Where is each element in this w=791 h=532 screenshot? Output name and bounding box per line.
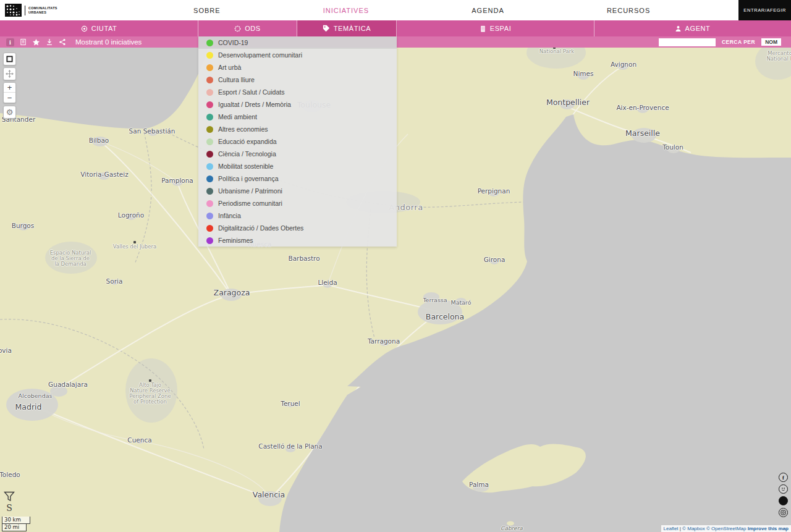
search-field-selector[interactable]: NOM: [761, 38, 781, 46]
settings-button[interactable]: ⚙: [3, 106, 16, 119]
zoom-in-button[interactable]: +: [4, 83, 15, 93]
tab-ciutat[interactable]: CIUTAT: [0, 20, 198, 36]
tematica-option[interactable]: Igualtat / Drets / Memòria: [198, 98, 397, 111]
tematica-option[interactable]: Periodisme comunitari: [198, 197, 397, 209]
tematica-option[interactable]: Esport / Salut / Cuidats: [198, 86, 397, 98]
category-label: Medi ambient: [218, 113, 257, 120]
square-icon: [6, 56, 13, 62]
tag-icon: [323, 25, 330, 32]
map-marker-dot: [149, 379, 151, 382]
category-color-dot: [206, 64, 213, 71]
select-area-button[interactable]: [3, 53, 16, 65]
search-input[interactable]: [659, 38, 716, 46]
tematica-option[interactable]: Altres economies: [198, 123, 397, 135]
ods-wheel-icon: [234, 25, 241, 32]
tematica-option[interactable]: Urbanisme / Patrimoni: [198, 185, 397, 197]
tematica-option[interactable]: Política i governança: [198, 172, 397, 185]
scale-km: 30 km: [2, 517, 30, 524]
instagram-icon[interactable]: [779, 508, 788, 517]
map-marker-dot: [553, 48, 556, 49]
leaflet-link[interactable]: Leaflet: [664, 526, 679, 531]
mapbox-link[interactable]: © Mapbox: [682, 526, 706, 531]
tab-ods-label: ODS: [245, 25, 261, 32]
improve-map-link[interactable]: Improve this map: [748, 526, 789, 531]
tematica-option[interactable]: Cultura lliure: [198, 74, 397, 86]
category-color-dot: [206, 200, 213, 207]
tematica-option[interactable]: Art urbà: [198, 61, 397, 74]
category-color-dot: [206, 77, 213, 83]
star-icon[interactable]: [32, 38, 40, 46]
info-icon[interactable]: i: [6, 38, 14, 46]
category-label: Ciència / Tecnologia: [218, 150, 276, 158]
nav-sobre[interactable]: SOBRE: [193, 7, 221, 14]
category-label: Art urbà: [218, 64, 241, 71]
tab-tematica[interactable]: TEMÀTICA: [297, 20, 397, 36]
tematica-option[interactable]: Mobilitat sostenible: [198, 160, 397, 172]
category-color-dot: [206, 138, 213, 145]
category-label: Urbanisme / Patrimoni: [218, 187, 282, 195]
tematica-option[interactable]: Educació expandida: [198, 135, 397, 148]
login-button[interactable]: ENTRAR/AFEGIR: [738, 0, 791, 20]
top-header: COMUNALITATS URBANES SOBRE INICIATIVES A…: [0, 0, 791, 20]
logo-line-2: URBANES: [28, 11, 57, 15]
nav-agenda[interactable]: AGENDA: [472, 7, 504, 14]
category-color-dot: [206, 114, 213, 120]
tematica-option[interactable]: Infància: [198, 209, 397, 222]
logo-line-1: COMUNALITATS: [28, 6, 57, 11]
tab-tematica-label: TEMÀTICA: [334, 25, 371, 32]
logo-divider: [25, 6, 25, 15]
osm-link[interactable]: © OpenStreetMap: [706, 526, 748, 531]
tab-agent-label: AGENT: [685, 25, 711, 32]
category-label: Educació expandida: [218, 138, 277, 145]
tematica-option[interactable]: Desenvolupament comunitari: [198, 49, 397, 61]
filter-tab-bar: CIUTAT ODS TEMÀTICA ESPAI AGENT: [0, 20, 791, 36]
category-label: Periodisme comunitari: [218, 200, 282, 207]
category-color-dot: [206, 163, 213, 170]
category-color-dot: [206, 101, 213, 108]
logo-mark-icon: [5, 4, 22, 17]
site-logo[interactable]: COMUNALITATS URBANES: [0, 4, 87, 17]
category-color-dot: [206, 175, 213, 182]
map-scale: 30 km 20 mi: [2, 517, 30, 531]
smiley-icon[interactable]: [779, 484, 788, 494]
tematica-option[interactable]: COVID-19: [198, 36, 397, 49]
tab-espai[interactable]: ESPAI: [397, 20, 594, 36]
category-color-dot: [206, 213, 213, 219]
tab-ciutat-label: CIUTAT: [91, 25, 117, 32]
category-color-dot: [206, 52, 213, 59]
map-marker-dot: [133, 241, 136, 243]
app-root: COMUNALITATS URBANES SOBRE INICIATIVES A…: [0, 0, 791, 532]
zoom-out-button[interactable]: −: [4, 93, 15, 103]
category-label: Igualtat / Drets / Memòria: [218, 101, 291, 108]
nav-iniciatives[interactable]: INICIATIVES: [323, 7, 369, 14]
category-label: Infància: [218, 212, 241, 219]
list-icon[interactable]: [20, 38, 27, 46]
status-text: Mostrant 0 iniciatives: [75, 38, 142, 46]
building-icon: [480, 25, 486, 32]
funnel-logo: S: [2, 491, 16, 512]
pan-button[interactable]: [3, 67, 16, 80]
tab-agent[interactable]: AGENT: [594, 20, 790, 36]
move-arrows-icon: [6, 70, 14, 78]
category-label: Digitalització / Dades Obertes: [218, 224, 303, 232]
category-label: Desenvolupament comunitari: [218, 51, 302, 59]
download-icon[interactable]: [46, 38, 53, 46]
nav-recursos[interactable]: RECURSOS: [607, 7, 650, 14]
search-by-label: CERCA PER: [722, 39, 755, 45]
category-color-dot: [206, 126, 213, 133]
tematica-option[interactable]: Medi ambient: [198, 111, 397, 123]
share-icon[interactable]: [59, 38, 66, 46]
tematica-option[interactable]: Ciència / Tecnologia: [198, 148, 397, 160]
category-color-dot: [206, 188, 213, 195]
target-circle-icon: [81, 25, 88, 32]
tematica-option[interactable]: Digitalització / Dades Obertes: [198, 222, 397, 234]
category-label: Altres economies: [218, 125, 268, 133]
category-color-dot: [206, 237, 213, 244]
person-icon: [675, 25, 682, 32]
tab-ods[interactable]: ODS: [198, 20, 297, 36]
tematica-option[interactable]: Feminismes: [198, 234, 397, 247]
facebook-icon[interactable]: f: [779, 473, 788, 482]
social-links: f: [779, 473, 788, 517]
filled-circle-icon[interactable]: [779, 496, 788, 505]
tab-espai-label: ESPAI: [490, 25, 512, 32]
